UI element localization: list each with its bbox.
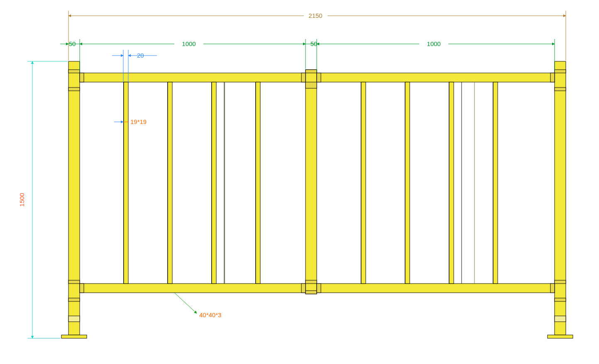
svg-rect-5	[68, 316, 80, 322]
svg-rect-20	[317, 73, 555, 82]
svg-rect-16	[555, 298, 566, 301]
pickets-left	[123, 82, 260, 284]
svg-rect-42	[405, 82, 410, 284]
svg-rect-30	[550, 284, 555, 293]
svg-rect-18	[548, 335, 573, 338]
svg-rect-21	[80, 73, 84, 82]
dim-picket-size: 19*19	[130, 118, 147, 125]
svg-rect-11	[306, 291, 317, 294]
svg-rect-37	[211, 82, 212, 284]
svg-rect-41	[361, 82, 366, 284]
dim-mid-post: 50	[311, 40, 318, 47]
svg-rect-17	[555, 316, 566, 322]
svg-rect-48	[493, 82, 493, 284]
svg-rect-44	[493, 82, 498, 284]
rail-bottom	[80, 284, 555, 293]
svg-rect-22	[301, 73, 306, 82]
svg-rect-35	[123, 82, 124, 284]
svg-rect-45	[361, 82, 361, 284]
dim-overall-width: 2150	[308, 12, 322, 19]
svg-rect-15	[555, 280, 566, 284]
svg-rect-34	[256, 82, 260, 284]
svg-line-72	[174, 293, 197, 313]
dim-rail-size: 40*40*3	[199, 311, 221, 318]
svg-rect-10	[306, 280, 317, 284]
svg-rect-13	[555, 70, 566, 73]
svg-rect-27	[80, 284, 84, 293]
svg-rect-32	[168, 82, 172, 284]
svg-rect-2	[68, 87, 80, 91]
svg-rect-0	[68, 61, 80, 335]
svg-rect-7	[306, 70, 317, 294]
svg-rect-33	[212, 82, 216, 284]
svg-rect-47	[449, 82, 449, 284]
svg-rect-8	[306, 70, 317, 73]
post-left	[61, 61, 87, 338]
dim-picket-gap: 20	[137, 52, 144, 59]
svg-rect-3	[68, 280, 80, 284]
dim-span2: 1000	[427, 40, 440, 47]
post-right	[548, 61, 573, 338]
svg-rect-19	[80, 73, 306, 82]
pickets-right	[361, 82, 498, 284]
post-middle	[306, 70, 317, 294]
dim-span1: 1000	[182, 40, 196, 47]
svg-rect-31	[124, 82, 128, 284]
svg-rect-23	[317, 73, 321, 82]
svg-rect-38	[255, 82, 256, 284]
svg-rect-14	[555, 87, 566, 91]
svg-rect-43	[449, 82, 454, 284]
svg-rect-1	[68, 70, 80, 73]
svg-rect-12	[555, 61, 566, 335]
svg-rect-9	[306, 82, 317, 88]
svg-rect-25	[80, 284, 306, 293]
svg-rect-39	[225, 82, 225, 284]
svg-rect-24	[550, 73, 555, 82]
dim-overall-height: 1500	[18, 193, 25, 206]
rail-top	[80, 73, 555, 82]
svg-rect-29	[317, 284, 321, 293]
svg-rect-26	[317, 284, 555, 293]
svg-rect-36	[167, 82, 168, 284]
svg-rect-28	[301, 284, 306, 293]
dim-post-left: 50	[69, 40, 76, 47]
railing-drawing: 2150 50 1000 50 1000 20	[0, 0, 599, 364]
svg-rect-46	[405, 82, 405, 284]
svg-rect-4	[68, 298, 80, 301]
structure	[61, 61, 573, 338]
svg-rect-6	[61, 335, 87, 338]
